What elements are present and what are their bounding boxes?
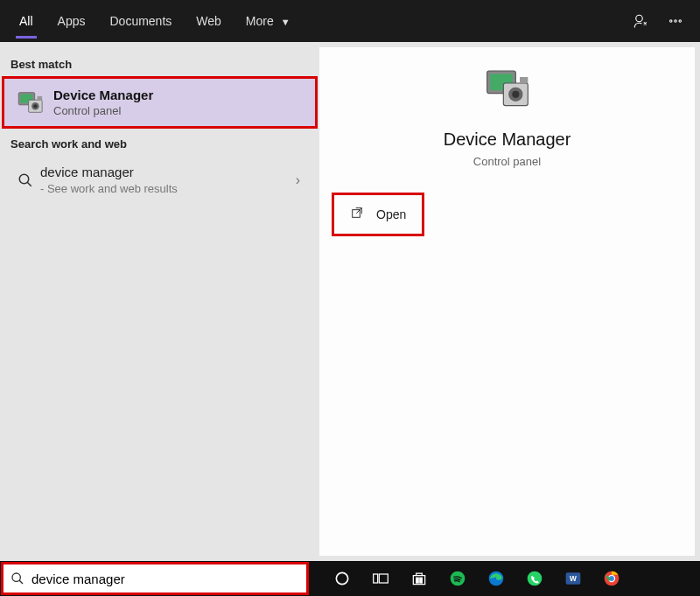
tab-more-label: More	[246, 14, 274, 28]
search-work-web-label: Search work and web	[0, 129, 319, 156]
search-tab-bar: All Apps Documents Web More ▼	[0, 0, 700, 42]
svg-point-28	[451, 571, 466, 586]
microsoft-store-icon[interactable]	[407, 566, 431, 591]
svg-point-30	[528, 571, 542, 586]
web-query: device manager	[40, 165, 134, 179]
svg-rect-9	[38, 96, 43, 100]
tab-apps[interactable]: Apps	[46, 0, 98, 42]
edge-icon[interactable]	[484, 566, 508, 591]
svg-point-0	[636, 15, 643, 22]
device-manager-icon	[15, 88, 45, 117]
cortana-icon[interactable]	[330, 566, 354, 591]
tab-more[interactable]: More ▼	[234, 0, 303, 42]
task-view-icon[interactable]	[368, 566, 393, 591]
svg-point-2	[675, 20, 676, 22]
search-icon	[10, 172, 40, 188]
preview-title: Device Manager	[319, 130, 695, 150]
svg-point-19	[12, 573, 20, 581]
open-label: Open	[376, 207, 406, 221]
svg-point-21	[336, 572, 347, 584]
preview-device-manager-icon	[483, 68, 532, 114]
best-match-subtitle: Control panel	[53, 104, 153, 117]
chevron-down-icon: ▼	[281, 17, 290, 27]
preview-pane-container: Device Manager Control panel Open	[319, 42, 700, 561]
search-icon	[10, 571, 24, 585]
tab-web[interactable]: Web	[184, 0, 234, 42]
search-results-pane: Best match Device Manager Control panel …	[0, 42, 319, 561]
svg-line-11	[27, 182, 32, 186]
svg-rect-24	[416, 578, 419, 580]
svg-rect-25	[420, 578, 423, 580]
svg-point-10	[19, 174, 29, 184]
chrome-icon[interactable]	[599, 566, 624, 591]
feedback-icon[interactable]	[623, 0, 658, 42]
open-icon	[350, 206, 364, 223]
web-query-tail: - See work and web results	[40, 182, 287, 195]
word-icon[interactable]: W	[561, 566, 585, 591]
web-search-result[interactable]: device manager - See work and web result…	[0, 156, 319, 204]
tab-all[interactable]: All	[7, 0, 46, 42]
whatsapp-icon[interactable]	[522, 566, 547, 591]
svg-point-1	[670, 20, 672, 22]
more-options-icon[interactable]	[658, 0, 693, 42]
tab-documents[interactable]: Documents	[97, 0, 184, 42]
svg-text:W: W	[570, 574, 577, 583]
open-button[interactable]: Open	[332, 193, 424, 236]
svg-rect-22	[374, 574, 378, 583]
taskbar-search-box[interactable]	[1, 562, 309, 595]
svg-point-16	[512, 91, 519, 98]
preview-subtitle: Control panel	[319, 155, 695, 168]
best-match-result[interactable]: Device Manager Control panel	[2, 76, 318, 129]
best-match-title: Device Manager	[53, 88, 153, 102]
preview-card: Device Manager Control panel Open	[319, 47, 695, 556]
best-match-label: Best match	[0, 49, 319, 76]
svg-rect-17	[520, 77, 528, 83]
svg-point-3	[679, 20, 681, 22]
chevron-right-icon: ›	[287, 172, 309, 188]
spotify-icon[interactable]	[445, 566, 470, 591]
svg-point-8	[33, 104, 37, 108]
search-input[interactable]	[32, 571, 299, 586]
svg-rect-26	[416, 581, 419, 584]
svg-line-20	[19, 580, 23, 584]
svg-rect-23	[379, 574, 388, 583]
taskbar: W	[0, 561, 700, 596]
svg-rect-27	[420, 581, 423, 584]
